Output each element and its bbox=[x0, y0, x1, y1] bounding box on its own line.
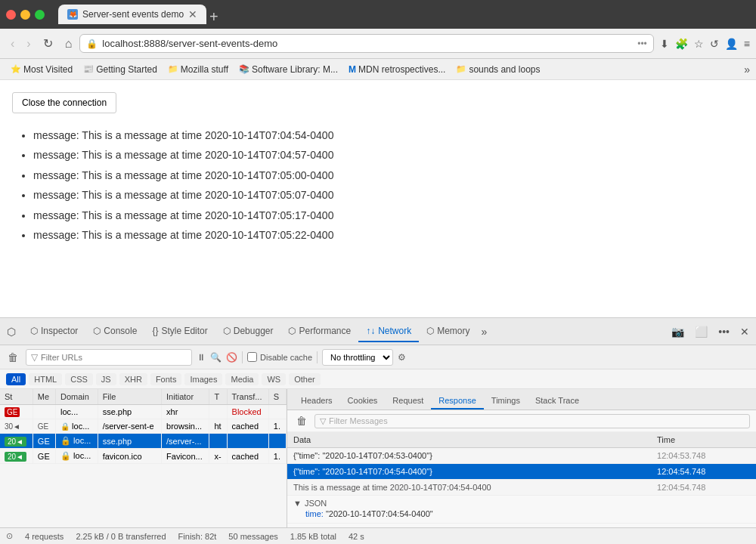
tab-cookies[interactable]: Cookies bbox=[340, 393, 386, 410]
response-row[interactable]: {"time": "2020-10-14T07:04:54-0400"} 12:… bbox=[287, 464, 756, 480]
filter-urls-input[interactable]: ▽ bbox=[26, 349, 192, 366]
response-row[interactable]: This is a message at time 2020-10-14T07:… bbox=[287, 480, 756, 496]
disable-cache-label[interactable]: Disable cache bbox=[247, 352, 312, 362]
response-table: Data Time {"time": "2020-10-14T07:04:53-… bbox=[287, 432, 756, 496]
bookmark-sounds[interactable]: 📁 sounds and loops bbox=[451, 63, 544, 76]
tab-request[interactable]: Request bbox=[385, 393, 431, 410]
size-cell: 1. bbox=[268, 449, 286, 464]
file-cell: sse.php bbox=[98, 434, 161, 449]
profile-icon[interactable]: 👤 bbox=[725, 38, 738, 50]
bookmark-getting-started[interactable]: 📰 Getting Started bbox=[79, 63, 162, 76]
close-connection-button[interactable]: Close the connection bbox=[12, 92, 116, 113]
tab-memory[interactable]: ⬡ Memory bbox=[419, 321, 477, 342]
downloads-icon[interactable]: ⬇ bbox=[660, 38, 669, 50]
url-more-icon[interactable]: ••• bbox=[637, 39, 647, 49]
tab-style-editor[interactable]: {} Style Editor bbox=[144, 321, 215, 342]
devtools-panel: ⬡ ⬡ Inspector ⬡ Console {} Style Editor … bbox=[0, 317, 756, 544]
initiator-cell: /server-... bbox=[162, 434, 209, 449]
table-row[interactable]: GE loc... sse.php xhr Blocked bbox=[0, 405, 287, 419]
bookmark-mozilla-stuff[interactable]: 📁 Mozilla stuff bbox=[163, 63, 233, 76]
reload-button[interactable]: ↻ bbox=[39, 33, 57, 54]
home-button[interactable]: ⌂ bbox=[60, 34, 77, 54]
menu-icon[interactable]: ≡ bbox=[744, 38, 750, 50]
list-item: message: This is a message at time 2020-… bbox=[33, 165, 744, 185]
response-row[interactable]: {"time": "2020-10-14T07:04:53-0400"} 12:… bbox=[287, 448, 756, 464]
filter-icon: ▽ bbox=[31, 352, 38, 363]
tab-stack-trace[interactable]: Stack Trace bbox=[528, 393, 587, 410]
bookmark-icon[interactable]: ☆ bbox=[694, 38, 704, 50]
network-icon: ↑↓ bbox=[366, 326, 375, 336]
close-tab-button[interactable]: ✕ bbox=[188, 9, 197, 20]
block-network-button[interactable]: 🚫 bbox=[226, 352, 237, 363]
response-header-row: Data Time bbox=[287, 432, 756, 448]
filter-fonts-button[interactable]: Fonts bbox=[150, 373, 182, 385]
table-row[interactable]: 20◄ GE 🔒 loc... favicon.ico Favicon... x… bbox=[0, 449, 287, 464]
initiator-cell: xhr bbox=[162, 405, 209, 419]
bookmark-label: Mozilla stuff bbox=[181, 64, 228, 75]
table-row[interactable]: 30◄ GE 🔒 loc... /server-sent-e browsin..… bbox=[0, 419, 287, 434]
url-bar[interactable]: 🔒 localhost:8888/server-sent-events-demo… bbox=[79, 34, 654, 53]
throttling-select[interactable]: No throttling bbox=[322, 349, 393, 366]
tab-headers[interactable]: Headers bbox=[293, 393, 340, 410]
pause-icon: ⏸ bbox=[197, 352, 206, 363]
close-devtools-button[interactable]: ✕ bbox=[736, 323, 753, 340]
responsive-design-button[interactable]: ⬜ bbox=[691, 323, 711, 340]
requests-count: 4 requests bbox=[25, 532, 64, 541]
browser-tab[interactable]: 🦊 Server-sent events demo ✕ bbox=[58, 5, 206, 24]
elapsed-time: 42 s bbox=[349, 532, 364, 541]
filter-xhr-button[interactable]: XHR bbox=[119, 373, 147, 385]
bookmark-mdn[interactable]: M MDN retrospectives... bbox=[344, 63, 450, 76]
url-text: localhost:8888/server-sent-events-demo bbox=[102, 38, 633, 49]
status-cell: 20◄ bbox=[0, 434, 33, 449]
file-cell: sse.php bbox=[98, 405, 161, 419]
devtools-more-button[interactable]: ••• bbox=[714, 323, 733, 340]
filter-urls-field[interactable] bbox=[41, 353, 187, 362]
filter-other-button[interactable]: Other bbox=[289, 373, 321, 385]
filter-ws-button[interactable]: WS bbox=[262, 373, 286, 385]
tab-response[interactable]: Response bbox=[431, 393, 484, 410]
bookmarks-more-button[interactable]: » bbox=[744, 63, 750, 76]
titlebar: 🦊 Server-sent events demo ✕ + bbox=[0, 0, 756, 29]
history-icon[interactable]: ↺ bbox=[710, 38, 719, 50]
tab-debugger[interactable]: ⬡ Debugger bbox=[215, 321, 281, 342]
type-filters-bar: All HTML CSS JS XHR Fonts Images Media W… bbox=[0, 369, 756, 389]
json-toggle[interactable]: ▼ JSON bbox=[293, 499, 750, 508]
tab-timings[interactable]: Timings bbox=[484, 393, 528, 410]
more-tabs-button[interactable]: » bbox=[478, 323, 491, 340]
filter-js-button[interactable]: JS bbox=[96, 373, 116, 385]
clear-network-button[interactable]: 🗑 bbox=[5, 350, 21, 365]
table-row[interactable]: 20◄ GE 🔒 loc... sse.php /server-... bbox=[0, 434, 287, 449]
back-button[interactable]: ‹ bbox=[6, 34, 19, 54]
new-tab-button[interactable]: + bbox=[209, 9, 218, 24]
filter-all-button[interactable]: All bbox=[6, 373, 26, 385]
disable-cache-checkbox[interactable] bbox=[247, 352, 257, 362]
settings-icon[interactable]: ⚙ bbox=[398, 352, 406, 363]
bookmark-software-library[interactable]: 📚 Software Library: M... bbox=[234, 63, 342, 76]
network-body: St Me Domain File Initiator T Transf... … bbox=[0, 389, 756, 527]
filter-messages-input[interactable]: ▽ Filter Messages bbox=[314, 414, 750, 428]
minimize-window-button[interactable] bbox=[20, 10, 30, 20]
forward-button[interactable]: › bbox=[22, 34, 35, 54]
extensions-icon[interactable]: 🧩 bbox=[675, 38, 688, 50]
tab-inspector[interactable]: ⬡ Inspector bbox=[23, 321, 85, 342]
inspector-icon: ⬡ bbox=[30, 326, 38, 336]
tab-console[interactable]: ⬡ Console bbox=[85, 321, 144, 342]
search-network-button[interactable]: 🔍 bbox=[210, 352, 222, 363]
filter-html-button[interactable]: HTML bbox=[29, 373, 62, 385]
col-transfer: Transf... bbox=[227, 389, 268, 405]
tab-label: Memory bbox=[437, 326, 469, 336]
performance-icon: ⬡ bbox=[288, 326, 296, 336]
pick-element-button[interactable]: ⬡ bbox=[3, 323, 20, 340]
maximize-window-button[interactable] bbox=[35, 10, 45, 20]
bookmark-mdn-icon: M bbox=[349, 64, 356, 75]
close-window-button[interactable] bbox=[6, 10, 16, 20]
screenshot-button[interactable]: 📷 bbox=[668, 323, 688, 340]
bookmark-label: sounds and loops bbox=[469, 64, 540, 75]
filter-images-button[interactable]: Images bbox=[184, 373, 222, 385]
filter-media-button[interactable]: Media bbox=[225, 373, 259, 385]
clear-response-button[interactable]: 🗑 bbox=[293, 413, 310, 428]
bookmark-most-visited[interactable]: ⭐ Most Visited bbox=[6, 63, 77, 76]
filter-css-button[interactable]: CSS bbox=[65, 373, 93, 385]
tab-network[interactable]: ↑↓ Network bbox=[358, 321, 419, 342]
tab-performance[interactable]: ⬡ Performance bbox=[280, 321, 358, 342]
